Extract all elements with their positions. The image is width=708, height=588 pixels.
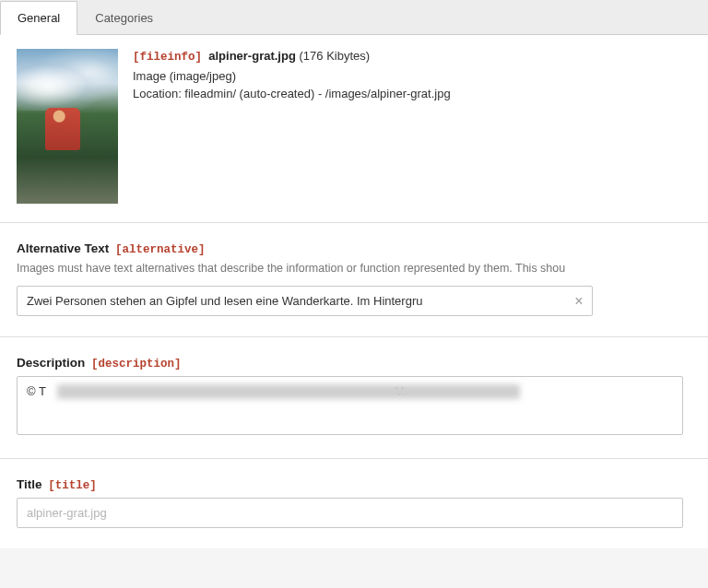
section-title: Title [title] <box>0 458 708 548</box>
fileinfo-filename: alpiner-grat.jpg <box>208 49 296 63</box>
title-label: Title <box>17 477 42 491</box>
description-prop-tag: [description] <box>91 358 182 370</box>
fileinfo-mimetype: Image (image/jpeg) <box>133 69 691 83</box>
title-input[interactable] <box>17 498 683 528</box>
description-textarea[interactable] <box>17 376 683 435</box>
title-prop-tag: [title] <box>48 479 97 492</box>
fileinfo-block: [fileinfo] alpiner-grat.jpg (176 Kibytes… <box>0 35 708 222</box>
tab-general[interactable]: General <box>0 1 77 35</box>
fileinfo-text: [fileinfo] alpiner-grat.jpg (176 Kibytes… <box>133 49 691 204</box>
fileinfo-filesize: (176 Kibytes) <box>300 49 371 63</box>
tab-bar: General Categories <box>0 0 708 35</box>
tab-categories[interactable]: Categories <box>77 1 171 35</box>
alt-label: Alternative Text <box>17 241 109 255</box>
fileinfo-prop-tag: [fileinfo] <box>133 51 202 64</box>
tab-panel-general: [fileinfo] alpiner-grat.jpg (176 Kibytes… <box>0 35 708 548</box>
section-alt-text: Alternative Text [alternative] Images mu… <box>0 222 708 336</box>
fileinfo-location: Location: fileadmin/ (auto-created) - /i… <box>133 87 691 100</box>
close-icon[interactable]: × <box>571 293 587 310</box>
alt-text-input[interactable] <box>17 286 593 316</box>
file-thumbnail <box>17 49 118 204</box>
alt-prop-tag: [alternative] <box>115 243 206 256</box>
section-description: Description [description] <box>0 336 708 458</box>
description-label: Description <box>17 356 85 370</box>
alt-help-text: Images must have text alternatives that … <box>17 262 691 275</box>
